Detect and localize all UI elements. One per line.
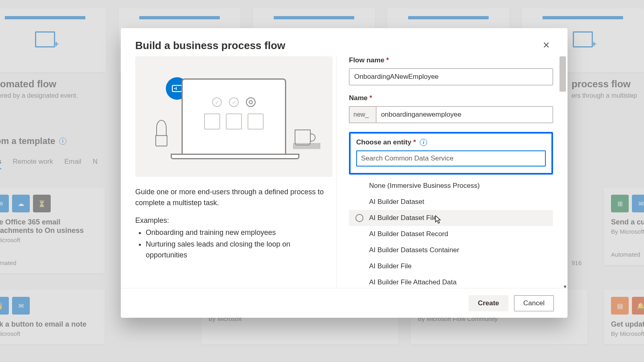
entity-option[interactable]: AI Builder Dataset [349, 194, 553, 210]
modal-description: Guide one or more end-users through a de… [135, 187, 324, 208]
scrollbar-thumb[interactable] [559, 56, 566, 92]
entity-search-input[interactable] [356, 150, 546, 167]
info-icon[interactable]: i [420, 139, 427, 146]
cancel-button[interactable]: Cancel [514, 295, 554, 311]
example-item: Nurturing sales leads and closing the lo… [146, 239, 324, 261]
name-field: Name * new_ [349, 94, 568, 123]
modal-footer: Create Cancel [121, 288, 568, 318]
flow-name-input[interactable] [349, 68, 553, 85]
radio-icon [355, 214, 363, 222]
entity-option[interactable]: None (Immersive Business Process) [349, 178, 553, 194]
entity-dropdown-list: None (Immersive Business Process) AI Bui… [349, 178, 568, 288]
name-label: Name * [349, 94, 553, 102]
example-item: Onboarding and training new employees [146, 227, 324, 238]
chevron-down-icon[interactable]: ▼ [563, 284, 568, 288]
flow-name-field: Flow name * [349, 56, 568, 85]
svg-rect-0 [172, 85, 182, 91]
entity-option[interactable]: AI Builder Dataset Record [349, 226, 553, 242]
illustration [135, 56, 332, 177]
name-input[interactable] [376, 106, 553, 123]
create-button[interactable]: Create [469, 295, 508, 311]
modal-left-pane: Guide one or more end-users through a de… [135, 56, 336, 288]
modal-right-pane: Flow name * Name * new_ Choose an entity… [336, 56, 568, 288]
name-prefix: new_ [349, 106, 376, 123]
entity-option[interactable]: AI Builder File Attached Data [349, 274, 553, 288]
entity-option[interactable]: AI Builder Datasets Container [349, 242, 553, 258]
choose-entity-label: Choose an entity * i [356, 138, 546, 146]
build-bpf-modal: Build a business process flow ✕ Guide on… [121, 28, 568, 318]
choose-entity-field: Choose an entity * i [349, 132, 553, 175]
entity-option[interactable]: AI Builder Dataset File [349, 210, 553, 226]
entity-option[interactable]: AI Builder File [349, 258, 553, 274]
modal-title: Build a business process flow [135, 39, 285, 52]
flow-name-label: Flow name * [349, 56, 553, 64]
examples-list: Onboarding and training new employees Nu… [135, 227, 324, 261]
close-button[interactable]: ✕ [539, 39, 553, 52]
examples-label: Examples: [135, 216, 324, 225]
